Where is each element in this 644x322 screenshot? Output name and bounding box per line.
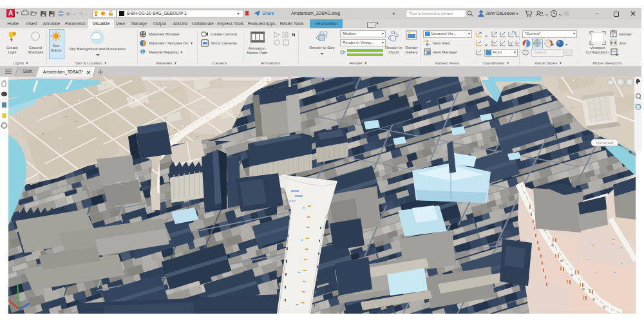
svg-text:Unnamed: Unnamed	[596, 141, 613, 145]
